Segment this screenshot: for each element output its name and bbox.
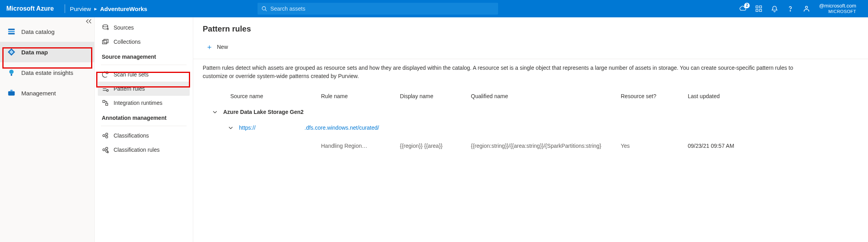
notification-badge: 2	[744, 3, 750, 8]
divider	[101, 126, 187, 126]
nav2-label: Scan rule sets	[114, 71, 149, 78]
svg-rect-9	[8, 31, 15, 32]
plus-icon: ＋	[206, 42, 213, 52]
breadcrumb-account[interactable]: AdventureWorks	[100, 6, 147, 12]
svg-point-21	[106, 72, 108, 74]
svg-rect-10	[8, 33, 15, 35]
svg-point-6	[790, 11, 790, 11]
nav-management[interactable]: Management	[0, 83, 94, 103]
brand[interactable]: Microsoft Azure	[6, 5, 60, 12]
svg-point-28	[103, 134, 105, 136]
nav-data-catalog[interactable]: Data catalog	[0, 21, 94, 42]
source-url-suffix[interactable]: .dfs.core.windows.net/curated/	[304, 125, 379, 131]
search-box[interactable]	[258, 3, 498, 15]
table-row[interactable]: Handling Region… {{region}} {{area}} {{r…	[203, 135, 859, 153]
col-resource-set[interactable]: Resource set?	[621, 93, 684, 99]
top-icons: 2 @microsoft.com MICROSOFT	[739, 3, 862, 14]
description-text: Pattern rules detect which assets are gr…	[203, 59, 794, 89]
svg-rect-5	[760, 9, 762, 11]
svg-point-17	[103, 25, 108, 27]
svg-rect-4	[756, 9, 758, 11]
cell-last-updated: 09/23/21 09:57 AM	[688, 143, 767, 149]
svg-point-0	[262, 7, 266, 10]
nav2-label: Integration runtimes	[114, 100, 162, 106]
svg-point-30	[106, 136, 108, 138]
nav2-label: Collections	[114, 39, 140, 45]
secondary-nav: Sources Collections Source management Sc…	[95, 17, 193, 242]
catalog-icon	[7, 27, 16, 36]
svg-line-1	[265, 10, 267, 11]
nav2-sources[interactable]: Sources	[98, 20, 190, 35]
classifications-icon	[102, 132, 109, 139]
svg-rect-19	[103, 40, 107, 44]
classification-rules-icon	[102, 146, 109, 153]
insights-icon	[7, 68, 16, 77]
management-icon	[7, 89, 16, 97]
col-qualified-name[interactable]: Qualified name	[471, 93, 617, 99]
nav-data-estate-insights[interactable]: Data estate insights	[0, 62, 94, 83]
nav2-scan-rule-sets[interactable]: Scan rule sets	[98, 67, 190, 82]
account-org: MICROSOFT	[819, 9, 856, 14]
runtime-icon	[102, 99, 109, 106]
page-title: Pattern rules	[203, 24, 859, 34]
col-last-updated[interactable]: Last updated	[688, 93, 767, 99]
chevron-right-icon: ▸	[94, 6, 97, 12]
cloud-shell-icon[interactable]: 2	[739, 5, 747, 12]
svg-point-25	[106, 89, 108, 91]
main-content: Pattern rules ＋ New Pattern rules detect…	[193, 17, 868, 242]
svg-point-18	[107, 28, 109, 30]
scan-icon	[102, 71, 109, 78]
new-label: New	[217, 44, 228, 50]
account-info[interactable]: @microsoft.com MICROSOFT	[819, 3, 856, 14]
svg-point-13	[9, 70, 14, 74]
svg-rect-3	[760, 6, 762, 8]
nav2-classifications[interactable]: Classifications	[98, 128, 190, 143]
svg-point-31	[103, 149, 105, 151]
nav2-pattern-rules[interactable]: Pattern rules	[98, 82, 190, 96]
nav2-heading-source-mgmt: Source management	[98, 49, 190, 62]
divider	[101, 65, 187, 65]
account-email: @microsoft.com	[819, 3, 856, 9]
cell-qualified-name: {{region:string}}/{{area:string}}/{Spark…	[471, 143, 617, 149]
new-button[interactable]: ＋ New	[203, 40, 231, 54]
svg-rect-16	[10, 90, 13, 91]
source-url-prefix[interactable]: https://	[239, 125, 256, 131]
nav-data-map[interactable]: Data map	[0, 42, 94, 62]
nav2-integration-runtimes[interactable]: Integration runtimes	[98, 96, 190, 110]
nav2-collections[interactable]: Collections	[98, 35, 190, 49]
svg-point-33	[106, 150, 108, 152]
nav-label: Data estate insights	[21, 69, 73, 76]
search-input[interactable]	[270, 6, 494, 12]
primary-nav: Data catalog Data map Data estate insigh…	[0, 17, 95, 242]
divider	[65, 4, 65, 13]
svg-point-7	[805, 6, 807, 8]
svg-rect-14	[11, 74, 12, 76]
bell-icon[interactable]	[771, 5, 778, 12]
pattern-icon	[102, 85, 109, 92]
collapse-nav-icon[interactable]	[86, 19, 92, 24]
col-display-name[interactable]: Display name	[400, 93, 467, 99]
nav2-label: Classifications	[114, 132, 149, 139]
svg-rect-2	[756, 6, 758, 8]
cell-rule-name: Handling Region…	[321, 143, 396, 149]
nav2-heading-annotation: Annotation management	[98, 110, 190, 123]
map-icon	[7, 48, 16, 56]
directories-icon[interactable]	[755, 5, 762, 12]
source-row[interactable]: https:// .dfs.core.windows.net/curated/	[203, 119, 859, 135]
chevron-down-icon[interactable]	[212, 109, 218, 115]
nav-label: Management	[21, 90, 56, 97]
help-icon[interactable]	[787, 5, 794, 12]
col-rule-name[interactable]: Rule name	[321, 93, 396, 99]
collections-icon	[102, 38, 109, 45]
col-source-name[interactable]: Source name	[230, 93, 317, 99]
sources-icon	[102, 24, 109, 31]
nav2-classification-rules[interactable]: Classification rules	[98, 143, 190, 157]
top-bar: Microsoft Azure Purview ▸ AdventureWorks…	[0, 0, 868, 17]
svg-rect-26	[103, 101, 105, 102]
group-row[interactable]: Azure Data Lake Storage Gen2	[203, 103, 859, 119]
chevron-down-icon[interactable]	[228, 125, 233, 130]
nav2-label: Classification rules	[114, 147, 160, 153]
breadcrumb-purview[interactable]: Purview	[70, 6, 91, 12]
nav2-label: Sources	[114, 24, 134, 31]
feedback-icon[interactable]	[803, 5, 810, 12]
